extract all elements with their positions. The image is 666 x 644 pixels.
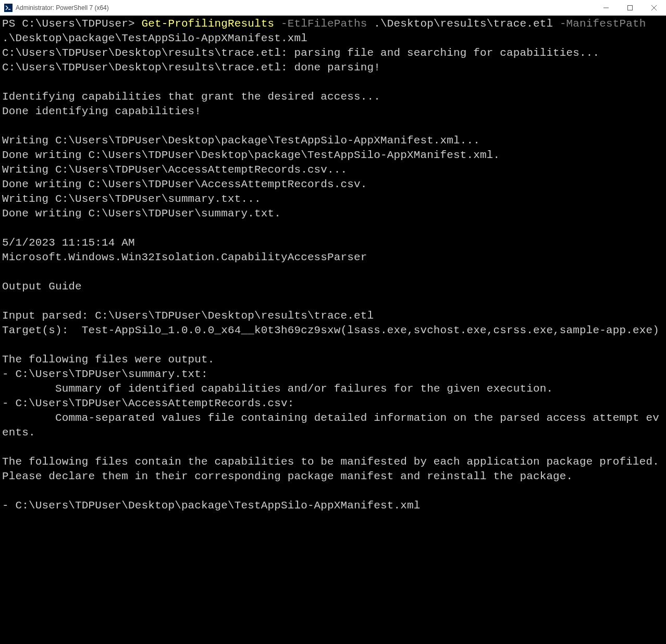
powershell-icon xyxy=(4,4,13,12)
minimize-icon xyxy=(603,5,609,10)
close-button[interactable] xyxy=(642,0,666,15)
svg-rect-3 xyxy=(628,5,633,10)
minimize-button[interactable] xyxy=(594,0,618,15)
cmdlet-name: Get-ProfilingResults xyxy=(141,18,274,30)
param-etlfilepaths: -EtlFilePaths xyxy=(274,18,367,30)
window-controls xyxy=(594,0,666,15)
terminal-output: C:\Users\TDPUser\Desktop\results\trace.e… xyxy=(2,47,666,512)
ps-prompt: PS C:\Users\TDPUser> xyxy=(2,18,141,30)
window-titlebar: Administrator: PowerShell 7 (x64) xyxy=(0,0,666,16)
param-manifestpath: -ManifestPath xyxy=(560,18,646,30)
terminal-content[interactable]: PS C:\Users\TDPUser> Get-ProfilingResult… xyxy=(0,16,666,644)
param-etlfilepaths-value: .\Desktop\results\trace.etl xyxy=(367,18,560,30)
maximize-button[interactable] xyxy=(618,0,642,15)
maximize-icon xyxy=(627,5,633,10)
window-title: Administrator: PowerShell 7 (x64) xyxy=(16,4,109,11)
close-icon xyxy=(651,5,657,10)
titlebar-left: Administrator: PowerShell 7 (x64) xyxy=(4,4,109,12)
